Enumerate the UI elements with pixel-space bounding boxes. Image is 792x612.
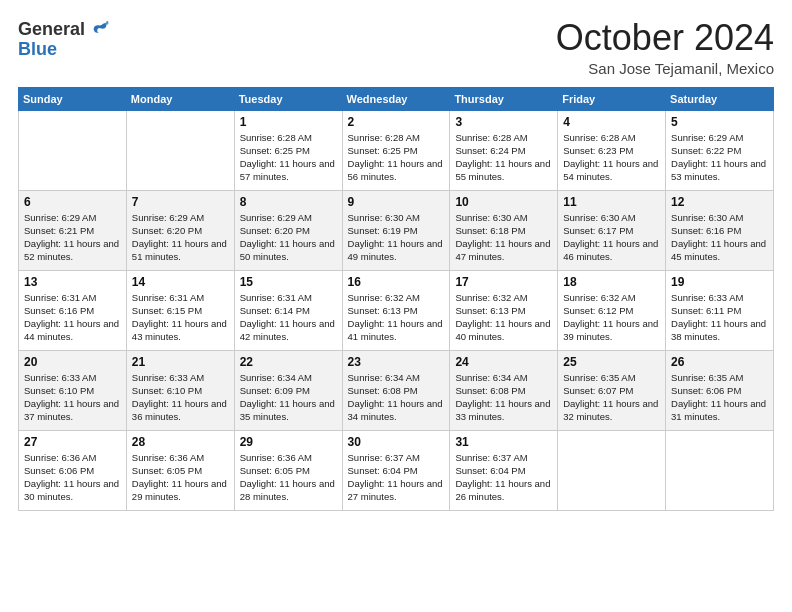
day-number: 15 (240, 275, 337, 289)
sunset-text: Sunset: 6:13 PM (455, 304, 552, 317)
sunset-text: Sunset: 6:06 PM (24, 464, 121, 477)
weekday-header-tuesday: Tuesday (234, 87, 342, 110)
daylight-text: Daylight: 11 hours and 56 minutes. (348, 157, 445, 184)
day-number: 17 (455, 275, 552, 289)
day-number: 4 (563, 115, 660, 129)
sunrise-text: Sunrise: 6:36 AM (132, 451, 229, 464)
sunset-text: Sunset: 6:25 PM (240, 144, 337, 157)
day-number: 20 (24, 355, 121, 369)
calendar-week-3: 13Sunrise: 6:31 AMSunset: 6:16 PMDayligh… (19, 270, 774, 350)
weekday-header-friday: Friday (558, 87, 666, 110)
sunrise-text: Sunrise: 6:28 AM (563, 131, 660, 144)
day-number: 18 (563, 275, 660, 289)
daylight-text: Daylight: 11 hours and 37 minutes. (24, 397, 121, 424)
sunset-text: Sunset: 6:05 PM (132, 464, 229, 477)
sunset-text: Sunset: 6:13 PM (348, 304, 445, 317)
day-info: Sunrise: 6:37 AMSunset: 6:04 PMDaylight:… (348, 451, 445, 504)
day-number: 13 (24, 275, 121, 289)
day-number: 12 (671, 195, 768, 209)
day-number: 9 (348, 195, 445, 209)
calendar-cell-4-7: 26Sunrise: 6:35 AMSunset: 6:06 PMDayligh… (666, 350, 774, 430)
daylight-text: Daylight: 11 hours and 41 minutes. (348, 317, 445, 344)
weekday-header-row: SundayMondayTuesdayWednesdayThursdayFrid… (19, 87, 774, 110)
day-number: 22 (240, 355, 337, 369)
day-number: 28 (132, 435, 229, 449)
sunrise-text: Sunrise: 6:32 AM (563, 291, 660, 304)
sunset-text: Sunset: 6:25 PM (348, 144, 445, 157)
sunset-text: Sunset: 6:15 PM (132, 304, 229, 317)
day-info: Sunrise: 6:32 AMSunset: 6:12 PMDaylight:… (563, 291, 660, 344)
sunset-text: Sunset: 6:20 PM (240, 224, 337, 237)
day-info: Sunrise: 6:36 AMSunset: 6:06 PMDaylight:… (24, 451, 121, 504)
day-number: 24 (455, 355, 552, 369)
sunrise-text: Sunrise: 6:33 AM (671, 291, 768, 304)
sunrise-text: Sunrise: 6:35 AM (563, 371, 660, 384)
sunset-text: Sunset: 6:04 PM (455, 464, 552, 477)
daylight-text: Daylight: 11 hours and 49 minutes. (348, 237, 445, 264)
day-info: Sunrise: 6:31 AMSunset: 6:14 PMDaylight:… (240, 291, 337, 344)
day-number: 16 (348, 275, 445, 289)
daylight-text: Daylight: 11 hours and 45 minutes. (671, 237, 768, 264)
day-info: Sunrise: 6:28 AMSunset: 6:25 PMDaylight:… (348, 131, 445, 184)
calendar-cell-4-2: 21Sunrise: 6:33 AMSunset: 6:10 PMDayligh… (126, 350, 234, 430)
calendar-cell-3-3: 15Sunrise: 6:31 AMSunset: 6:14 PMDayligh… (234, 270, 342, 350)
day-info: Sunrise: 6:32 AMSunset: 6:13 PMDaylight:… (455, 291, 552, 344)
day-number: 31 (455, 435, 552, 449)
sunrise-text: Sunrise: 6:33 AM (132, 371, 229, 384)
calendar-cell-2-7: 12Sunrise: 6:30 AMSunset: 6:16 PMDayligh… (666, 190, 774, 270)
weekday-header-wednesday: Wednesday (342, 87, 450, 110)
calendar-cell-2-2: 7Sunrise: 6:29 AMSunset: 6:20 PMDaylight… (126, 190, 234, 270)
sunset-text: Sunset: 6:24 PM (455, 144, 552, 157)
day-info: Sunrise: 6:30 AMSunset: 6:19 PMDaylight:… (348, 211, 445, 264)
calendar-cell-2-5: 10Sunrise: 6:30 AMSunset: 6:18 PMDayligh… (450, 190, 558, 270)
day-info: Sunrise: 6:29 AMSunset: 6:21 PMDaylight:… (24, 211, 121, 264)
sunset-text: Sunset: 6:11 PM (671, 304, 768, 317)
weekday-header-sunday: Sunday (19, 87, 127, 110)
daylight-text: Daylight: 11 hours and 27 minutes. (348, 477, 445, 504)
sunset-text: Sunset: 6:17 PM (563, 224, 660, 237)
weekday-header-thursday: Thursday (450, 87, 558, 110)
header: General Blue October 2024 San Jose Tejam… (18, 18, 774, 77)
daylight-text: Daylight: 11 hours and 57 minutes. (240, 157, 337, 184)
calendar-cell-1-4: 2Sunrise: 6:28 AMSunset: 6:25 PMDaylight… (342, 110, 450, 190)
day-info: Sunrise: 6:32 AMSunset: 6:13 PMDaylight:… (348, 291, 445, 344)
day-info: Sunrise: 6:29 AMSunset: 6:20 PMDaylight:… (132, 211, 229, 264)
sunset-text: Sunset: 6:04 PM (348, 464, 445, 477)
daylight-text: Daylight: 11 hours and 47 minutes. (455, 237, 552, 264)
calendar-cell-3-5: 17Sunrise: 6:32 AMSunset: 6:13 PMDayligh… (450, 270, 558, 350)
calendar-cell-5-2: 28Sunrise: 6:36 AMSunset: 6:05 PMDayligh… (126, 430, 234, 510)
calendar-cell-2-4: 9Sunrise: 6:30 AMSunset: 6:19 PMDaylight… (342, 190, 450, 270)
sunset-text: Sunset: 6:09 PM (240, 384, 337, 397)
logo-blue-text: Blue (18, 39, 57, 59)
sunset-text: Sunset: 6:14 PM (240, 304, 337, 317)
day-number: 2 (348, 115, 445, 129)
calendar-cell-4-4: 23Sunrise: 6:34 AMSunset: 6:08 PMDayligh… (342, 350, 450, 430)
sunset-text: Sunset: 6:22 PM (671, 144, 768, 157)
sunrise-text: Sunrise: 6:30 AM (348, 211, 445, 224)
sunset-text: Sunset: 6:18 PM (455, 224, 552, 237)
day-number: 10 (455, 195, 552, 209)
day-number: 11 (563, 195, 660, 209)
day-number: 30 (348, 435, 445, 449)
weekday-header-saturday: Saturday (666, 87, 774, 110)
day-info: Sunrise: 6:35 AMSunset: 6:06 PMDaylight:… (671, 371, 768, 424)
sunrise-text: Sunrise: 6:29 AM (24, 211, 121, 224)
daylight-text: Daylight: 11 hours and 55 minutes. (455, 157, 552, 184)
calendar-cell-3-4: 16Sunrise: 6:32 AMSunset: 6:13 PMDayligh… (342, 270, 450, 350)
daylight-text: Daylight: 11 hours and 30 minutes. (24, 477, 121, 504)
sunrise-text: Sunrise: 6:34 AM (348, 371, 445, 384)
calendar-week-1: 1Sunrise: 6:28 AMSunset: 6:25 PMDaylight… (19, 110, 774, 190)
sunset-text: Sunset: 6:16 PM (671, 224, 768, 237)
calendar-cell-5-5: 31Sunrise: 6:37 AMSunset: 6:04 PMDayligh… (450, 430, 558, 510)
sunset-text: Sunset: 6:19 PM (348, 224, 445, 237)
sunset-text: Sunset: 6:12 PM (563, 304, 660, 317)
sunset-text: Sunset: 6:08 PM (348, 384, 445, 397)
day-number: 21 (132, 355, 229, 369)
day-number: 8 (240, 195, 337, 209)
daylight-text: Daylight: 11 hours and 43 minutes. (132, 317, 229, 344)
calendar-cell-1-6: 4Sunrise: 6:28 AMSunset: 6:23 PMDaylight… (558, 110, 666, 190)
sunrise-text: Sunrise: 6:34 AM (455, 371, 552, 384)
sunrise-text: Sunrise: 6:37 AM (348, 451, 445, 464)
sunrise-text: Sunrise: 6:29 AM (132, 211, 229, 224)
day-info: Sunrise: 6:28 AMSunset: 6:25 PMDaylight:… (240, 131, 337, 184)
